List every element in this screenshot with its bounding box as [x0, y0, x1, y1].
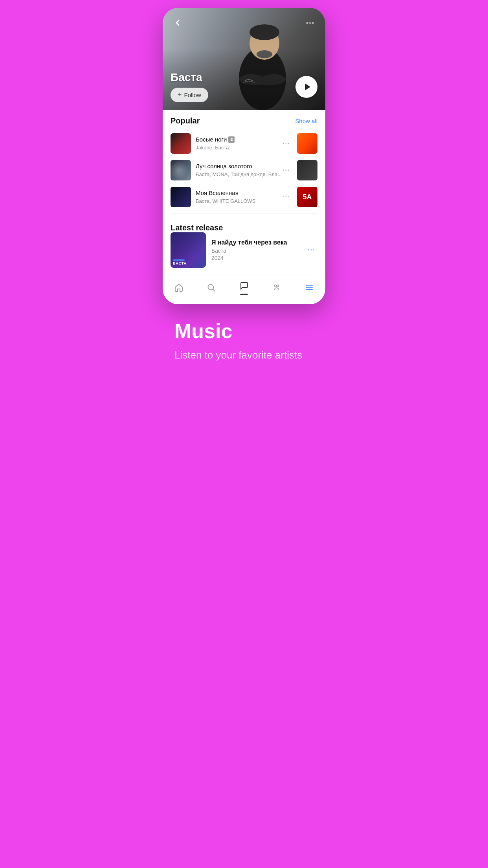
more-dots-icon: ··· — [306, 18, 315, 28]
marketing-title: Music — [174, 320, 314, 342]
release-year: 2024 — [211, 255, 300, 261]
track-right-thumbnail-2 — [297, 160, 317, 180]
popular-title: Popular — [171, 116, 200, 125]
track-thumbnail-3 — [171, 187, 191, 207]
show-all-button[interactable]: Show all — [295, 118, 317, 124]
profile-icon — [272, 283, 282, 293]
track-dots-icon-1: ··· — [283, 140, 290, 147]
release-info: Я найду тебя через века Баста 2024 — [211, 239, 300, 261]
nav-item-menu[interactable] — [299, 281, 319, 294]
track-thumbnail-1 — [171, 133, 191, 154]
release-thumb-label: БАСТА — [173, 261, 187, 265]
hero-bottom-bar: Баста + Follow — [163, 71, 325, 102]
release-thumb-bar — [173, 259, 185, 261]
track-right-thumbnail-1 — [297, 133, 317, 154]
explicit-badge-1: E — [228, 136, 235, 143]
release-name: Я найду тебя через века — [211, 239, 300, 246]
track-name-1: Босые ноги — [196, 136, 227, 143]
svg-line-6 — [213, 289, 215, 291]
track-dots-icon-2: ··· — [283, 167, 290, 173]
phone-frame: ··· Баста + Follow Popular Show all — [163, 8, 325, 304]
track-artists-1: Jakone, Баста — [196, 145, 229, 151]
track-more-button-3[interactable]: ··· — [281, 191, 292, 203]
hero-section: ··· Баста + Follow — [163, 8, 325, 110]
back-button[interactable] — [171, 16, 185, 30]
play-button[interactable] — [295, 76, 317, 98]
track-artists-2: Баста, MONA, Три дня дождя, Вла... — [196, 171, 282, 177]
more-options-button[interactable]: ··· — [303, 16, 317, 30]
track-name-3: Моя Вселенная — [196, 189, 238, 196]
track-more-button-1[interactable]: ··· — [281, 138, 292, 149]
release-artist: Баста — [211, 248, 300, 254]
home-icon — [174, 283, 184, 293]
bottom-navigation — [163, 274, 325, 304]
track-info-2: Луч солнца золотого Баста, MONA, Три дня… — [196, 163, 276, 178]
track-right-thumbnail-3: 5A — [297, 187, 317, 207]
svg-point-8 — [277, 285, 279, 287]
track-thumbnail-2 — [171, 160, 191, 180]
nav-item-search[interactable] — [202, 281, 221, 294]
track-title-row-3: Моя Вселенная — [196, 189, 276, 196]
latest-release-section: Latest release БАСТА Я найду тебя через … — [163, 217, 325, 274]
plus-icon: + — [178, 91, 182, 99]
release-more-button[interactable]: ··· — [306, 244, 317, 256]
marketing-section: Music Listen to your favorite artists — [163, 304, 325, 386]
track-dots-icon-3: ··· — [283, 194, 290, 200]
popular-section: Popular Show all Босые ноги E Jakone, Ба… — [163, 110, 325, 210]
artist-name: Баста — [171, 71, 208, 84]
marketing-subtitle: Listen to your favorite artists — [174, 349, 314, 362]
search-icon — [206, 283, 216, 293]
svg-marker-4 — [305, 83, 310, 90]
follow-button[interactable]: + Follow — [171, 88, 208, 102]
messages-icon — [239, 281, 249, 291]
hero-left-content: Баста + Follow — [171, 71, 208, 102]
content-area: Popular Show all Босые ноги E Jakone, Ба… — [163, 110, 325, 304]
release-item[interactable]: БАСТА Я найду тебя через века Баста 2024… — [171, 232, 317, 268]
track-more-button-2[interactable]: ··· — [281, 164, 292, 176]
track-item[interactable]: Босые ноги E Jakone, Баста ··· — [171, 130, 317, 157]
section-divider — [171, 213, 317, 214]
track-item[interactable]: Моя Вселенная Баста, WHITE GALLOWS ··· 5… — [171, 184, 317, 210]
menu-icon — [304, 283, 314, 293]
nav-active-bar — [240, 294, 248, 295]
nav-item-profile[interactable] — [267, 281, 286, 294]
follow-label: Follow — [184, 92, 201, 98]
release-dots-icon: ··· — [308, 247, 315, 253]
track-info-1: Босые ноги E Jakone, Баста — [196, 136, 276, 151]
release-thumbnail: БАСТА — [171, 232, 206, 268]
track-list: Босые ноги E Jakone, Баста ··· — [171, 130, 317, 210]
track-info-3: Моя Вселенная Баста, WHITE GALLOWS — [196, 189, 276, 204]
track-title-row-1: Босые ноги E — [196, 136, 276, 143]
nav-item-home[interactable] — [169, 281, 189, 294]
popular-section-header: Popular Show all — [171, 116, 317, 125]
track-title-row-2: Луч солнца золотого — [196, 163, 276, 169]
track-item[interactable]: Луч солнца золотого Баста, MONA, Три дня… — [171, 157, 317, 184]
track-name-2: Луч солнца золотого — [196, 163, 252, 169]
svg-point-7 — [274, 285, 276, 287]
track-artists-3: Баста, WHITE GALLOWS — [196, 198, 255, 204]
latest-release-title: Latest release — [171, 223, 223, 232]
nav-item-messages[interactable] — [234, 279, 254, 296]
